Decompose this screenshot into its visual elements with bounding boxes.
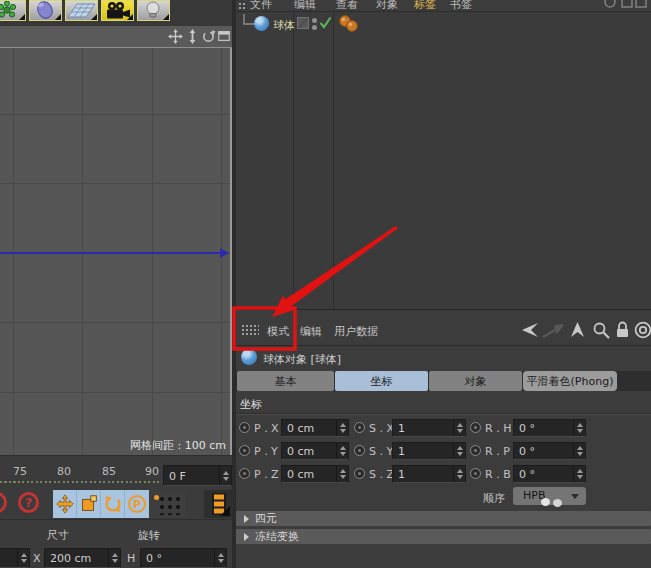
right-panel: 文件 编辑 查看 对象 标签 书签 球体 [236,0,651,568]
tab-phong[interactable]: 平滑着色(Phong) [523,371,617,391]
viewport-maximize-icon[interactable] [217,29,231,43]
rotation-h-field[interactable]: 0 ° [140,548,227,568]
viewport-dolly-icon[interactable] [185,29,200,44]
sy-keyframe-radio[interactable] [354,445,365,456]
keyframe-position-toggle[interactable] [53,490,77,518]
py-stepper[interactable] [336,443,348,459]
am-forward-icon[interactable] [542,323,564,338]
om-menu-file[interactable]: 文件 [250,0,272,12]
tab-basic[interactable]: 基本 [237,371,334,391]
rh-stepper[interactable] [573,420,585,436]
om-menu-tags[interactable]: 标签 [414,0,436,12]
array-object-button[interactable] [0,0,26,21]
am-up-icon[interactable] [570,322,585,338]
submenu-corner [127,14,133,20]
pz-keyframe-radio[interactable] [239,468,250,479]
camera-object-button[interactable] [101,0,134,21]
rp-stepper[interactable] [573,443,585,459]
rb-field[interactable]: 0 ° [513,465,586,483]
render-preview-button[interactable] [204,490,233,518]
tab-coordinates[interactable]: 坐标 [335,371,428,391]
px-field[interactable]: 0 cm [281,419,349,437]
py-field[interactable]: 0 cm [281,442,349,460]
sx-field[interactable]: 1 [392,419,466,437]
sx-stepper[interactable] [453,420,465,436]
sy-field[interactable]: 1 [392,442,466,460]
om-menu-view[interactable]: 查看 [336,0,358,12]
am-search-icon[interactable] [592,321,610,339]
rp-field[interactable]: 0 ° [513,442,586,460]
light-object-button[interactable] [137,0,170,21]
autokey-help-button[interactable]: ? [18,492,39,513]
rh-keyframe-radio[interactable] [470,422,481,433]
rh-field[interactable]: 0 ° [513,419,586,437]
am-menu-userdata[interactable]: 用户数据 [334,324,378,339]
am-back-icon[interactable] [520,322,539,338]
panel-grip-icon[interactable] [238,2,247,11]
viewport-pan-icon[interactable] [168,29,183,44]
quaternion-section-header[interactable]: 四元 [236,511,651,526]
viewport-rotate-icon[interactable] [201,29,216,44]
current-frame-field[interactable]: 0 F [163,465,232,486]
viewport[interactable]: 网格间距 : 100 cm [0,48,232,455]
position-x-stepper[interactable] [17,549,29,567]
px-stepper[interactable] [336,420,348,436]
om-menu-bookmarks[interactable]: 书签 [450,0,472,12]
object-manager[interactable]: 球体 [236,12,651,310]
enabled-check-icon[interactable] [319,16,332,29]
cinema4d-window: 网格间距 : 100 cm 75 80 85 90 0 F ? [0,0,651,568]
timeline-tick-label: 90 [145,465,159,478]
keyframe-rotation-toggle[interactable] [101,490,125,518]
tab-object[interactable]: 对象 [429,371,522,391]
scale-icon [78,493,100,515]
timeline-ruler[interactable]: 75 80 85 90 0 F [0,455,232,488]
sz-keyframe-radio[interactable] [354,468,365,479]
object-name[interactable]: 球体 [273,18,295,33]
om-menu-object[interactable]: 对象 [376,0,398,12]
om-search-icon[interactable] [602,0,648,10]
order-label: 顺序 [483,491,505,506]
frame-stepper[interactable] [219,466,231,485]
om-menu-edit[interactable]: 编辑 [294,0,316,12]
phong-tag-icon[interactable] [338,15,358,32]
keyframe-pla-toggle[interactable] [150,490,186,518]
am-menu-edit[interactable]: 编辑 [300,324,322,339]
keyframe-scale-toggle[interactable] [77,490,101,518]
sy-stepper[interactable] [453,443,465,459]
metaball-object-button[interactable] [29,0,62,21]
sz-field[interactable]: 1 [392,465,466,483]
submenu-corner [163,14,169,20]
layer-swatch[interactable] [297,17,309,29]
position-x-field-cut[interactable] [0,548,30,568]
filmstrip-icon [208,492,230,516]
expand-arrow-icon [244,533,249,541]
render-visibility-dot[interactable] [312,25,317,30]
om-column-divider [293,12,294,309]
keyframe-parameter-toggle[interactable]: P [125,490,149,518]
freeze-transform-section-header[interactable]: 冻结变换 [236,529,651,544]
sz-stepper[interactable] [453,466,465,482]
record-keyframe-button[interactable] [0,492,7,513]
pz-field[interactable]: 0 cm [281,465,349,483]
py-keyframe-radio[interactable] [239,445,250,456]
floor-object-button[interactable] [65,0,98,21]
size-x-field[interactable]: 200 cm [44,548,121,568]
rb-stepper[interactable] [573,466,585,482]
pz-stepper[interactable] [336,466,348,482]
sx-keyframe-radio[interactable] [354,422,365,433]
size-x-stepper[interactable] [108,549,120,567]
am-grip-icon[interactable] [241,324,259,337]
am-menu-mode[interactable]: 模式 [267,324,289,339]
section-title: 坐标 [240,397,262,412]
am-lock-icon[interactable] [615,321,630,339]
py-label: P . Y [254,445,278,458]
rb-keyframe-radio[interactable] [470,468,481,479]
am-target-icon[interactable] [634,321,651,339]
sphere-object-icon[interactable] [254,16,269,31]
px-keyframe-radio[interactable] [239,422,250,433]
editor-visibility-dot[interactable] [312,18,317,23]
order-dropdown[interactable]: HPB [513,487,586,505]
rotation-h-stepper[interactable] [214,549,226,567]
rp-keyframe-radio[interactable] [470,445,481,456]
rotation-h-value: 0 ° [146,552,162,565]
